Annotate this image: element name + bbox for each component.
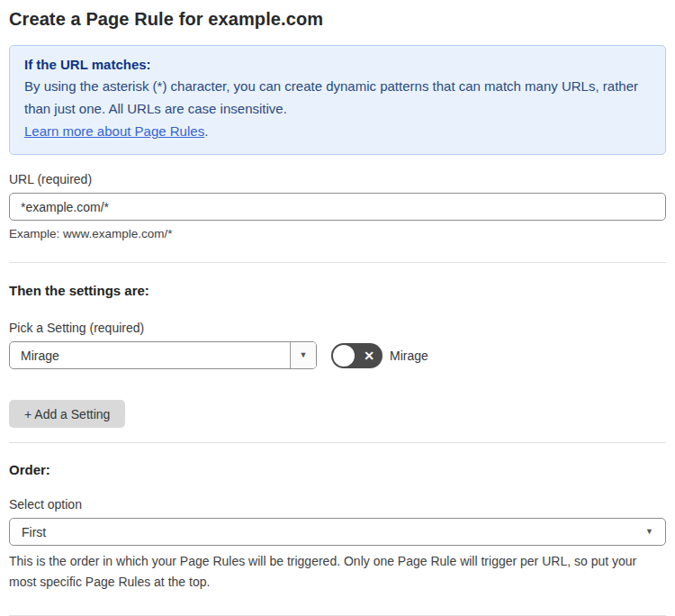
url-match-info-callout: If the URL matches: By using the asteris… (9, 45, 666, 155)
mirage-toggle[interactable]: ✕ (331, 343, 382, 368)
divider (9, 442, 666, 443)
order-helper-text: This is the order in which your Page Rul… (9, 551, 666, 593)
settings-section-heading: Then the settings are: (9, 283, 666, 298)
order-select-label: Select option (9, 497, 666, 512)
setting-select-arrow-button[interactable]: ▼ (290, 342, 316, 368)
pick-setting-label: Pick a Setting (required) (9, 321, 666, 335)
chevron-down-icon: ▼ (300, 351, 308, 359)
toggle-knob (333, 345, 355, 367)
setting-select-value: Mirage (10, 342, 290, 368)
chevron-down-icon: ▼ (645, 528, 653, 536)
create-page-rule-panel: Create a Page Rule for example.com If th… (0, 0, 675, 616)
setting-select[interactable]: Mirage ▼ (9, 341, 317, 369)
page-title: Create a Page Rule for example.com (9, 9, 666, 30)
link-suffix: . (204, 123, 208, 139)
url-input[interactable] (9, 193, 666, 221)
order-select-value: First (22, 525, 46, 539)
info-callout-link-line: Learn more about Page Rules. (24, 120, 651, 142)
toggle-off-x-icon: ✕ (364, 349, 374, 361)
learn-more-link[interactable]: Learn more about Page Rules (24, 123, 204, 139)
info-callout-body: By using the asterisk (*) character, you… (24, 75, 651, 120)
order-section-heading: Order: (9, 462, 666, 477)
order-select[interactable]: First ▼ (9, 518, 666, 546)
info-callout-heading: If the URL matches: (24, 57, 651, 72)
toggle-setting-label: Mirage (390, 349, 428, 363)
url-helper-text: Example: www.example.com/* (9, 227, 666, 240)
setting-row: Mirage ▼ ✕ Mirage (9, 341, 666, 369)
divider (9, 262, 666, 263)
url-field-label: URL (required) (9, 172, 666, 186)
add-setting-button[interactable]: + Add a Setting (9, 400, 125, 428)
